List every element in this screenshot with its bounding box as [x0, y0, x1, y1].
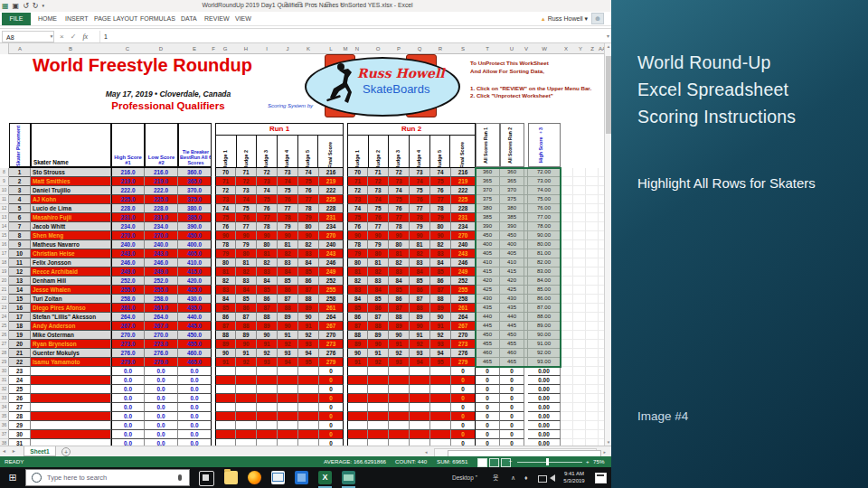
skater-name-cell[interactable]: Matt Smithies: [31, 177, 111, 186]
final-score-cell[interactable]: 0: [319, 439, 344, 446]
judge-score-cell[interactable]: 90: [257, 331, 278, 340]
scroll-right-icon[interactable]: ▸: [603, 448, 606, 455]
judge-score-cell[interactable]: [236, 403, 257, 412]
judge-score-cell[interactable]: 77: [236, 222, 257, 231]
row-number[interactable]: 19: [0, 267, 9, 277]
table-row[interactable]: 158Shen Meng270.0270.0450.09090909090270…: [0, 231, 604, 240]
all-scores-run2-cell[interactable]: 385: [500, 213, 524, 222]
low-score-cell[interactable]: 252.0: [145, 277, 178, 286]
judge-score-cell[interactable]: 75: [347, 213, 368, 222]
app-icon[interactable]: [342, 471, 355, 484]
placement-cell[interactable]: 8: [9, 231, 31, 240]
judge-score-cell[interactable]: [368, 439, 389, 446]
table-row[interactable]: 2215Turi Zoltan258.0258.0430.08485868788…: [0, 295, 604, 304]
vertical-scrollbar[interactable]: ▲ ▼: [604, 43, 611, 446]
table-row[interactable]: 2922Isamu Yamamoto279.0279.0465.09192939…: [0, 358, 604, 367]
judge-score-cell[interactable]: 83: [368, 277, 389, 286]
row-number[interactable]: 18: [0, 258, 9, 267]
judge-score-cell[interactable]: 92: [389, 349, 410, 358]
low-score-cell[interactable]: 231.0: [145, 213, 178, 222]
row-number[interactable]: 24: [0, 313, 9, 322]
judge-score-cell[interactable]: [278, 439, 298, 446]
skater-name-cell[interactable]: [31, 439, 111, 446]
judge-score-cell[interactable]: 85: [257, 286, 278, 295]
all-scores-run2-cell[interactable]: 400: [500, 240, 524, 249]
row-number[interactable]: 37: [0, 430, 9, 439]
all-scores-run1-cell[interactable]: 435: [476, 304, 500, 313]
all-scores-run2-cell[interactable]: 365: [500, 177, 524, 186]
low-score-cell[interactable]: 0.0: [145, 367, 178, 376]
judge-score-cell[interactable]: [430, 367, 451, 376]
all-scores-run1-cell[interactable]: 0: [476, 385, 500, 394]
low-score-cell[interactable]: 258.0: [145, 295, 178, 304]
table-row[interactable]: 136Masahiro Fujii231.0231.0385.075767778…: [0, 213, 604, 222]
cell[interactable]: [561, 286, 604, 295]
judge-score-cell[interactable]: [410, 376, 430, 385]
placement-cell[interactable]: 30: [9, 430, 31, 439]
low-score-cell[interactable]: 261.0: [145, 304, 178, 313]
all-scores-run2-cell[interactable]: 0: [500, 376, 524, 385]
judge-score-cell[interactable]: [298, 439, 319, 446]
judge-score-cell[interactable]: 90: [368, 340, 389, 349]
all-scores-run2-cell[interactable]: 445: [500, 322, 524, 331]
judge-score-cell[interactable]: [215, 367, 236, 376]
judge-score-cell[interactable]: [430, 394, 451, 403]
final-score-cell[interactable]: 270: [319, 331, 344, 340]
final-score-cell[interactable]: 0: [319, 385, 344, 394]
skater-name-cell[interactable]: Sto Strouss: [31, 168, 111, 177]
judge-score-cell[interactable]: [257, 367, 278, 376]
high-score-cell[interactable]: 246.0: [111, 258, 145, 267]
judge-score-cell[interactable]: 72: [215, 186, 236, 195]
judge-score-cell[interactable]: [257, 394, 278, 403]
judge-score-cell[interactable]: 86: [430, 277, 451, 286]
judge-score-cell[interactable]: 93: [298, 340, 319, 349]
judge-score-cell[interactable]: [347, 367, 368, 376]
high-div3-cell[interactable]: 90.00: [528, 331, 561, 340]
cell[interactable]: [561, 349, 604, 358]
judge-score-cell[interactable]: 76: [257, 204, 278, 213]
judge-score-cell[interactable]: [298, 376, 319, 385]
final-score-cell[interactable]: 252: [451, 277, 476, 286]
judge-score-cell[interactable]: 75: [278, 186, 298, 195]
judge-score-cell[interactable]: [298, 385, 319, 394]
column-letter-G[interactable]: G: [223, 43, 228, 54]
judge-score-cell[interactable]: [368, 430, 389, 439]
tie-breaker-cell[interactable]: 0.0: [178, 394, 212, 403]
skater-name-cell[interactable]: Matheus Navarro: [31, 240, 111, 249]
all-scores-run1-cell[interactable]: 450: [476, 331, 500, 340]
judge-score-cell[interactable]: 87: [430, 286, 451, 295]
zoom-slider-thumb[interactable]: [546, 458, 549, 465]
row-number[interactable]: 33: [0, 394, 9, 403]
judge-score-cell[interactable]: 89: [278, 313, 298, 322]
judge-score-cell[interactable]: 93: [278, 349, 298, 358]
judge-score-cell[interactable]: 90: [389, 331, 410, 340]
high-div3-cell[interactable]: 0.00: [528, 376, 561, 385]
judge-score-cell[interactable]: 88: [278, 304, 298, 313]
final-score-cell[interactable]: 261: [319, 304, 344, 313]
judge-score-cell[interactable]: 77: [389, 213, 410, 222]
column-letter-E[interactable]: E: [193, 43, 196, 54]
judge-score-cell[interactable]: 88: [347, 331, 368, 340]
spreadsheet-grid[interactable]: World Freestyle Roundup May 17, 2019 • C…: [0, 54, 604, 446]
redo-icon[interactable]: ↻: [33, 1, 39, 11]
judge-score-cell[interactable]: [236, 430, 257, 439]
final-score-cell[interactable]: 276: [451, 349, 476, 358]
sheet-tab-sheet1[interactable]: Sheet1: [24, 446, 56, 456]
judge-score-cell[interactable]: [430, 412, 451, 421]
column-letter-K[interactable]: K: [307, 43, 310, 54]
judge-score-cell[interactable]: 78: [410, 213, 430, 222]
judge-score-cell[interactable]: [430, 421, 451, 430]
tie-breaker-cell[interactable]: 425.0: [178, 286, 212, 295]
high-div3-cell[interactable]: 72.00: [528, 168, 561, 177]
judge-score-cell[interactable]: [347, 394, 368, 403]
high-score-cell[interactable]: 228.0: [111, 204, 145, 213]
all-scores-run2-cell[interactable]: 0: [500, 403, 524, 412]
judge-score-cell[interactable]: 75: [298, 177, 319, 186]
high-div3-cell[interactable]: 92.00: [528, 349, 561, 358]
judge-score-cell[interactable]: 76: [215, 222, 236, 231]
judge-score-cell[interactable]: 71: [347, 177, 368, 186]
judge-score-cell[interactable]: 74: [389, 186, 410, 195]
cell[interactable]: [561, 358, 604, 367]
judge-score-cell[interactable]: 93: [257, 358, 278, 367]
judge-score-cell[interactable]: 71: [368, 168, 389, 177]
